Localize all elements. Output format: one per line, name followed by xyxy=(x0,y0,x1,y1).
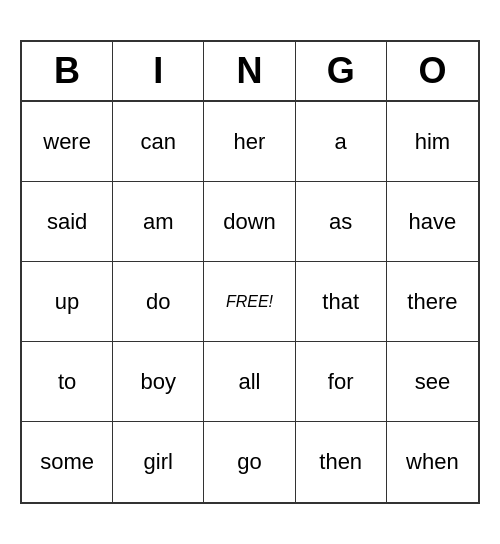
bingo-cell-see: see xyxy=(387,342,478,422)
bingo-grid: werecanherahimsaidamdownashaveupdoFREE!t… xyxy=(22,102,478,502)
bingo-cell-do: do xyxy=(113,262,204,342)
bingo-header: BINGO xyxy=(22,42,478,102)
header-cell-g: G xyxy=(296,42,387,100)
header-cell-b: B xyxy=(22,42,113,100)
bingo-cell-when: when xyxy=(387,422,478,502)
bingo-cell-have: have xyxy=(387,182,478,262)
bingo-cell-said: said xyxy=(22,182,113,262)
free-cell: FREE! xyxy=(204,262,295,342)
bingo-cell-some: some xyxy=(22,422,113,502)
bingo-cell-were: were xyxy=(22,102,113,182)
bingo-cell-there: there xyxy=(387,262,478,342)
bingo-cell-up: up xyxy=(22,262,113,342)
bingo-cell-girl: girl xyxy=(113,422,204,502)
bingo-cell-down: down xyxy=(204,182,295,262)
bingo-cell-am: am xyxy=(113,182,204,262)
bingo-cell-a: a xyxy=(296,102,387,182)
bingo-cell-then: then xyxy=(296,422,387,502)
bingo-cell-can: can xyxy=(113,102,204,182)
bingo-card: BINGO werecanherahimsaidamdownashaveupdo… xyxy=(20,40,480,504)
header-cell-o: O xyxy=(387,42,478,100)
bingo-cell-boy: boy xyxy=(113,342,204,422)
bingo-cell-to: to xyxy=(22,342,113,422)
bingo-cell-for: for xyxy=(296,342,387,422)
bingo-cell-all: all xyxy=(204,342,295,422)
bingo-cell-that: that xyxy=(296,262,387,342)
bingo-cell-him: him xyxy=(387,102,478,182)
header-cell-i: I xyxy=(113,42,204,100)
bingo-cell-go: go xyxy=(204,422,295,502)
header-cell-n: N xyxy=(204,42,295,100)
bingo-cell-as: as xyxy=(296,182,387,262)
bingo-cell-her: her xyxy=(204,102,295,182)
